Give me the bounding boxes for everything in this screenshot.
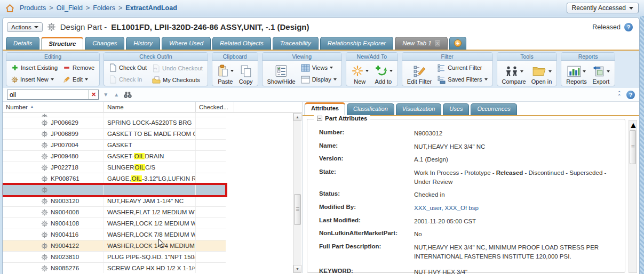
insert-new-button[interactable]: Insert New — [11, 76, 58, 83]
scroll-up-icon[interactable]: ▲ — [293, 113, 301, 121]
compare-button[interactable]: Compare — [502, 62, 526, 85]
selected-part-row[interactable] — [3, 184, 226, 196]
show-hide-button[interactable]: Show/Hide — [267, 62, 296, 85]
table-row[interactable]: JP007004GASKET — [3, 140, 226, 151]
scrollbar-thumb[interactable]: ☰ — [630, 130, 636, 164]
object-type-label: Design Part - — [60, 22, 107, 31]
tab-occurrences[interactable]: Occurrences — [471, 103, 516, 115]
tab-classification[interactable]: Classification — [347, 103, 394, 115]
table-row[interactable]: N9085276SCREW CAP HX HD 1/2 X 1-1/4 NC — [3, 263, 226, 273]
part-gear-icon — [41, 187, 48, 194]
tab-details[interactable]: Details — [6, 37, 39, 50]
actions-button[interactable]: Actions — [7, 22, 43, 32]
current-filter-button[interactable]: Current Filter — [437, 64, 487, 72]
tab-attributes[interactable]: Attributes — [305, 102, 345, 115]
checklist-icon — [275, 65, 288, 77]
help-icon[interactable]: ? — [626, 91, 635, 99]
find-previous-icon[interactable]: ▲ — [113, 92, 120, 98]
table-row[interactable]: KP008761GAUGE,OIL-3.12"LG,LUFKIN RDC... — [3, 173, 226, 184]
collapse-section-icon[interactable]: − — [317, 116, 322, 121]
display-button[interactable]: Display — [301, 76, 337, 84]
help-icon[interactable]: ? — [624, 23, 633, 31]
table-row[interactable]: JP006629SPRING LOCK-A5220TS BRG — [3, 117, 226, 128]
breadcrumb-link-extractandload[interactable]: ExtractAndLoad — [125, 4, 177, 12]
column-header-checked[interactable]: Checked... — [196, 102, 234, 112]
tab-new-tab-1[interactable]: New Tab 1x — [395, 37, 448, 50]
export-button[interactable]: Export — [592, 62, 610, 85]
tab-traceability[interactable]: Traceability — [273, 37, 319, 50]
new-tab-button[interactable]: + — [449, 37, 466, 50]
tab-relationship-explorer[interactable]: Relationship Explorer — [320, 37, 393, 50]
edit-filter-button[interactable]: Edit Filter — [407, 62, 432, 85]
scroll-down-icon[interactable]: ▼ — [293, 265, 301, 273]
my-checkouts-button[interactable]: My Checkouts — [152, 76, 203, 84]
saved-filters-button[interactable]: Saved Filters — [437, 76, 487, 84]
part-number: N9085276 — [51, 265, 79, 271]
edit-button[interactable]: Edit — [63, 76, 94, 83]
insert-existing-button[interactable]: Insert Existing — [11, 64, 58, 71]
views-button[interactable]: Views — [301, 64, 337, 72]
search-input[interactable] — [7, 90, 89, 99]
tab-visualization[interactable]: Visualization — [396, 103, 442, 115]
clear-search-icon[interactable]: ✕ — [89, 90, 98, 99]
home-icon[interactable] — [5, 4, 14, 13]
table-row[interactable]: N9004116WASHER,LOCK 7/8 MEDIUM WT — [3, 229, 226, 240]
button-label: Views — [312, 65, 328, 71]
details-pane: AttributesClassificationVisualizationUse… — [303, 102, 639, 273]
tab-history[interactable]: History — [126, 37, 160, 50]
find-next-icon[interactable]: ▼ — [102, 92, 109, 98]
button-label: Insert Existing — [21, 65, 58, 71]
breadcrumb-link-folders[interactable]: Folders — [93, 4, 115, 12]
tree-scrollbar[interactable]: ▲ ☰ ▼ — [293, 113, 301, 273]
collapse-panel-icon[interactable]: ⌃⌃ — [617, 92, 621, 98]
new-button[interactable]: New — [351, 62, 369, 85]
table-row[interactable] — [3, 113, 226, 117]
table-row[interactable]: JP022718SLINGER OIL C/S — [3, 162, 226, 173]
table-row[interactable]: JP006899GASKET TO BE MADE FROM CN-... — [3, 128, 226, 140]
button-label: Remove — [73, 65, 94, 71]
ribbon-group-clipboard: ClipboardPasteCopy — [212, 52, 258, 86]
table-row[interactable]: N9003120NUT,HEAVY JAM 1-1/4" NC — [3, 196, 226, 207]
scroll-up-icon[interactable]: ▲ — [629, 120, 637, 130]
part-number: N9004116 — [51, 231, 78, 238]
open-in-button[interactable]: Open in — [531, 62, 552, 85]
part-number: JP009480 — [51, 153, 78, 159]
breadcrumb-link-oil-field[interactable]: Oil_Field — [57, 4, 83, 12]
attribute-value: A.1 (Design) — [414, 155, 619, 164]
check-out-button[interactable]: Check Out — [109, 63, 147, 72]
reports-button[interactable]: Reports — [566, 62, 587, 85]
remove-button[interactable]: Remove — [63, 64, 94, 71]
attribute-row-modified-by: Modified By:XXX_user, XXX_Of bsp — [313, 202, 619, 215]
window-frame-edge — [640, 16, 644, 274]
close-tab-icon[interactable]: x — [435, 40, 441, 46]
attribute-value: Work In Process - Prototype - Released -… — [414, 168, 619, 186]
table-row[interactable]: N9023810PLUG PIPE-SQ.HD. 1"NPT 150# — [3, 252, 226, 263]
binoculars-icon[interactable] — [123, 91, 132, 99]
recently-accessed-button[interactable]: Recently Accessed — [567, 3, 639, 13]
table-row[interactable]: JP009480GASKET-OIL DRAIN — [3, 151, 226, 162]
tab-uses[interactable]: Uses — [443, 103, 469, 115]
column-header-filler — [234, 102, 302, 112]
tab-related-objects[interactable]: Related Objects — [212, 37, 271, 50]
tab-label: Where Used — [169, 40, 203, 46]
breadcrumb-link-products[interactable]: Products — [20, 4, 46, 12]
part-number: JP022718 — [51, 164, 78, 171]
attribute-value[interactable]: XXX_user, XXX_Of bsp — [414, 204, 619, 213]
panel-scrollbar[interactable]: ▲ ☰ ▼ — [629, 120, 637, 273]
tab-where-used[interactable]: Where Used — [162, 37, 211, 50]
part-number: JP006629 — [51, 119, 78, 126]
column-header-number[interactable]: Number ▲ — [3, 102, 104, 112]
table-icon — [301, 76, 310, 84]
add-to-button[interactable]: Add to — [374, 62, 393, 85]
tab-changes[interactable]: Changes — [85, 37, 124, 50]
part-gear-icon — [41, 254, 48, 261]
table-row[interactable]: N9004008WASHER,FLAT 1/2 MEDIUM WT — [3, 207, 226, 218]
column-header-name[interactable]: Name — [104, 102, 196, 112]
scrollbar-thumb[interactable]: ☰ — [294, 194, 301, 225]
table-row[interactable]: N9004122WASHER,LOCK 1-1/4 MEDIUM WT — [3, 240, 226, 252]
copy-button[interactable]: Copy — [239, 62, 253, 85]
table-row[interactable]: N9004108WASHER,LOCK 1/2 MEDIUM WT — [3, 218, 226, 229]
paste-button[interactable]: Paste — [217, 62, 234, 85]
tab-structure[interactable]: Structure — [41, 37, 83, 50]
tab-label: Relationship Explorer — [328, 40, 386, 46]
